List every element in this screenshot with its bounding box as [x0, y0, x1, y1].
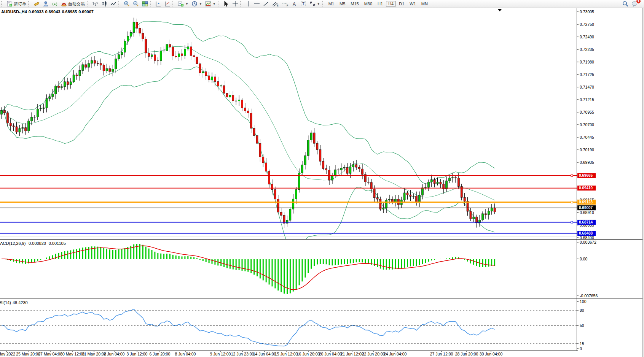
- auto-arrange-button[interactable]: [154, 0, 163, 8]
- svg-text:16 Jun 20:00: 16 Jun 20:00: [297, 352, 320, 356]
- svg-text:0.69935: 0.69935: [580, 160, 594, 165]
- tab-timeframe-h4[interactable]: H4: [386, 1, 396, 7]
- svg-text:15: 15: [580, 341, 584, 346]
- svg-text:T: T: [302, 2, 304, 6]
- zoom-out-button[interactable]: [131, 0, 140, 8]
- toolbar-grip[interactable]: [240, 1, 243, 6]
- horizontal-line-button[interactable]: [252, 0, 261, 8]
- candle-chart-button[interactable]: [100, 0, 109, 8]
- search-button[interactable]: [621, 0, 630, 8]
- tab-timeframe-m1[interactable]: M1: [326, 1, 336, 7]
- tab-timeframe-d1[interactable]: D1: [397, 1, 406, 7]
- signals-button[interactable]: [50, 0, 59, 8]
- svg-text:0.69410: 0.69410: [579, 186, 593, 190]
- svg-text:2 Jun 04:00: 2 Jun 04:00: [104, 352, 125, 356]
- vertical-line-button[interactable]: [244, 0, 252, 8]
- toolbar-grip[interactable]: [150, 1, 153, 6]
- rsi-value: 48.4230: [13, 300, 28, 305]
- svg-text:31 May 20:00: 31 May 20:00: [82, 352, 106, 356]
- svg-text:25 May 20:00: 25 May 20:00: [16, 352, 40, 356]
- line-chart-button[interactable]: [109, 0, 118, 8]
- svg-text:27 May 04:00: 27 May 04:00: [38, 352, 62, 356]
- svg-text:22 Jun 20:00: 22 Jun 20:00: [362, 352, 385, 356]
- zoom-in-button[interactable]: [122, 0, 131, 8]
- tab-timeframe-m30[interactable]: M30: [362, 1, 375, 7]
- dropdown-caret-icon: ▼: [185, 2, 188, 6]
- chart-shift-button[interactable]: [163, 0, 172, 8]
- vertical-line-icon: [245, 1, 251, 7]
- svg-text:0.68910: 0.68910: [580, 210, 594, 215]
- window-edge: [642, 0, 644, 357]
- svg-text:A: A: [293, 2, 296, 7]
- svg-text:0.69665: 0.69665: [579, 173, 593, 178]
- svg-text:E: E: [277, 4, 279, 7]
- toolbar-grip[interactable]: [87, 1, 89, 6]
- fibonacci-button[interactable]: F: [281, 0, 290, 8]
- toolbar-grip[interactable]: [322, 1, 325, 6]
- signal-waves-icon: [52, 1, 58, 7]
- rsi-label: RSI(14)48.4230: [0, 300, 29, 305]
- macd-values: -0.000820 -0.001105: [27, 241, 65, 246]
- dropdown-caret-icon: ▼: [199, 2, 202, 6]
- tab-timeframe-m15[interactable]: M15: [348, 1, 361, 7]
- line-chart-icon: [110, 1, 116, 7]
- tab-timeframe-mn[interactable]: MN: [419, 1, 430, 7]
- notifications-button[interactable]: 1: [630, 0, 639, 8]
- crosshair-icon: [232, 1, 238, 7]
- styler-button[interactable]: [32, 0, 41, 8]
- tab-timeframe-w1[interactable]: W1: [407, 1, 418, 7]
- svg-text:0.71980: 0.71980: [580, 60, 594, 64]
- toolbar-grip[interactable]: [118, 1, 121, 6]
- svg-text:0.72750: 0.72750: [580, 22, 594, 27]
- macd-label: MACD(12,26,9)-0.000820 -0.001105: [0, 241, 67, 246]
- tab-timeframe-h1[interactable]: H1: [375, 1, 385, 7]
- crayon-icon: [33, 1, 40, 7]
- svg-text:0.00: 0.00: [580, 257, 588, 261]
- new-chart-icon: [178, 1, 184, 7]
- svg-text:21 Jun 12:00: 21 Jun 12:00: [341, 352, 364, 356]
- clock-icon: [191, 1, 198, 7]
- new-chart-dropdown[interactable]: ▼: [176, 0, 190, 8]
- community-button[interactable]: [41, 0, 50, 8]
- new-order-button[interactable]: 新订单: [5, 0, 28, 8]
- tile-windows-button[interactable]: [140, 0, 150, 8]
- svg-text:0.73005: 0.73005: [580, 10, 594, 14]
- svg-text:15 Jun 12:00: 15 Jun 12:00: [275, 352, 298, 356]
- periods-dropdown[interactable]: ▼: [190, 0, 204, 8]
- svg-text:12 Jun 23:00: 12 Jun 23:00: [231, 352, 254, 356]
- dropdown-caret-icon: ▼: [317, 2, 320, 6]
- text-label-button[interactable]: T: [299, 0, 308, 8]
- toolbar-grip[interactable]: [172, 1, 175, 6]
- svg-text:0.72235: 0.72235: [580, 47, 594, 52]
- text-button[interactable]: A: [290, 0, 299, 8]
- zoom-out-icon: [133, 1, 139, 7]
- ohlc-close: 0.69007: [78, 10, 94, 14]
- svg-text:0.003672: 0.003672: [580, 240, 596, 244]
- toolbar-grip[interactable]: [218, 1, 220, 6]
- chart-title: AUDUSD-,H40.690330.690430.689850.69007: [1, 10, 95, 14]
- cursor-button[interactable]: [222, 0, 231, 8]
- svg-text:0.70700: 0.70700: [580, 122, 594, 127]
- crosshair-button[interactable]: [231, 0, 240, 8]
- svg-text:3 Jun 12:00: 3 Jun 12:00: [127, 352, 148, 356]
- svg-text:0: 0: [580, 346, 582, 351]
- trendline-icon: [263, 1, 269, 7]
- autotrade-button[interactable]: 自动交易: [59, 0, 86, 8]
- toolbar-grip[interactable]: [1, 1, 4, 6]
- arrows-dropdown[interactable]: ▼: [308, 0, 322, 8]
- channel-button[interactable]: E: [271, 0, 281, 8]
- dropdown-caret-icon: ▼: [213, 2, 216, 6]
- svg-text:May 2022: May 2022: [0, 352, 15, 356]
- toolbar-grip[interactable]: [28, 1, 31, 6]
- ohlc-open: 0.69033: [29, 10, 44, 14]
- ohlc-low: 0.68985: [62, 10, 77, 14]
- svg-text:24 Jun 04:00: 24 Jun 04:00: [384, 352, 407, 356]
- templates-dropdown[interactable]: ▼: [204, 0, 217, 8]
- bar-chart-button[interactable]: [91, 0, 100, 8]
- svg-text:0.68488: 0.68488: [579, 231, 593, 235]
- svg-text:6 Jun 20:00: 6 Jun 20:00: [150, 352, 171, 356]
- price-chart-svg[interactable]: 0.730050.727500.724900.722350.719800.717…: [0, 0, 644, 357]
- tab-timeframe-m5[interactable]: M5: [337, 1, 348, 7]
- text-a-icon: A: [292, 1, 297, 7]
- trendline-button[interactable]: [261, 0, 271, 8]
